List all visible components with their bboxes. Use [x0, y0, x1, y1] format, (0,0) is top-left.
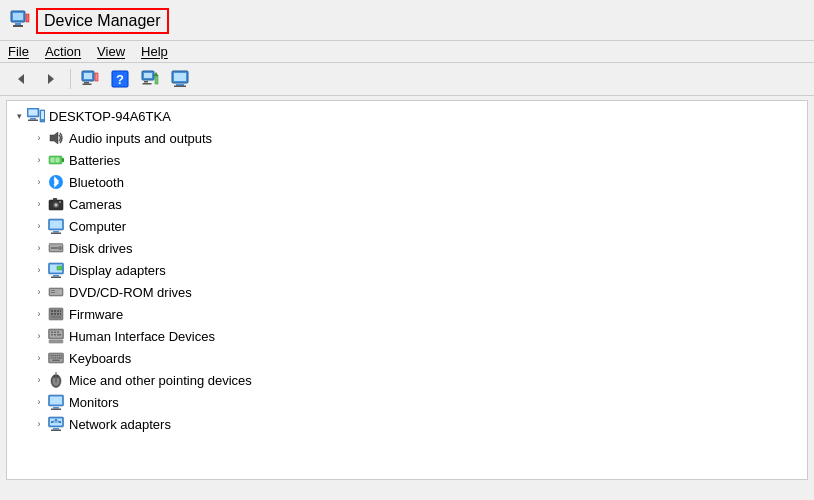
menu-action[interactable]: Action: [45, 44, 81, 59]
properties-button[interactable]: [77, 67, 103, 91]
svg-rect-3: [13, 25, 23, 27]
network-expand-arrow[interactable]: ›: [31, 419, 47, 429]
tree-item-batteries[interactable]: › Batteries: [7, 149, 807, 171]
back-button[interactable]: [8, 67, 34, 91]
menu-file[interactable]: File: [8, 44, 29, 59]
tree-item-audio[interactable]: › Audio inputs and outputs: [7, 127, 807, 149]
tree-item-computer[interactable]: › Computer: [7, 215, 807, 237]
batteries-expand-arrow[interactable]: ›: [31, 155, 47, 165]
svg-rect-100: [54, 375, 56, 378]
tree-item-hid[interactable]: › Human Interface Devices: [7, 325, 807, 347]
mice-expand-arrow[interactable]: ›: [31, 375, 47, 385]
mice-label: Mice and other pointing devices: [69, 373, 252, 388]
svg-rect-10: [84, 82, 89, 84]
dvd-label: DVD/CD-ROM drives: [69, 285, 192, 300]
menu-help[interactable]: Help: [141, 44, 168, 59]
tree-item-cameras[interactable]: › Cameras: [7, 193, 807, 215]
svg-rect-71: [57, 313, 59, 315]
svg-rect-17: [144, 73, 152, 78]
keyboard-icon: [47, 349, 65, 367]
tree-item-display[interactable]: › Display adapters: [7, 259, 807, 281]
svg-rect-69: [51, 313, 53, 315]
svg-rect-2: [15, 23, 21, 25]
svg-rect-57: [57, 266, 62, 270]
monitors-expand-arrow[interactable]: ›: [31, 397, 47, 407]
svg-rect-77: [54, 332, 56, 334]
display-label: Display adapters: [69, 263, 166, 278]
display-expand-arrow[interactable]: ›: [31, 265, 47, 275]
svg-rect-85: [51, 355, 53, 357]
svg-rect-47: [51, 233, 61, 235]
computer-label: Computer: [69, 219, 126, 234]
tree-item-disk[interactable]: › Disk drives: [7, 237, 807, 259]
main-content: ▾ DESKTOP-94A6TKA ›: [6, 100, 808, 480]
computer-icon: [27, 107, 45, 125]
menu-view[interactable]: View: [97, 44, 125, 59]
svg-rect-90: [61, 355, 63, 357]
svg-point-50: [59, 247, 62, 250]
audio-label: Audio inputs and outputs: [69, 131, 212, 146]
svg-rect-20: [155, 76, 158, 84]
svg-marker-6: [18, 74, 24, 84]
svg-rect-82: [49, 340, 63, 343]
svg-rect-55: [53, 275, 59, 277]
svg-rect-36: [56, 158, 60, 163]
hid-expand-arrow[interactable]: ›: [31, 331, 47, 341]
svg-rect-43: [59, 201, 61, 203]
svg-rect-92: [53, 357, 55, 359]
svg-rect-70: [54, 313, 56, 315]
display-icon: [47, 261, 65, 279]
help-button[interactable]: ?: [107, 67, 133, 91]
tree-root[interactable]: ▾ DESKTOP-94A6TKA: [7, 105, 807, 127]
svg-rect-25: [174, 86, 186, 88]
update-driver-button[interactable]: [137, 67, 163, 91]
toolbar: ?: [0, 63, 814, 96]
tree-item-network[interactable]: › Network adapters: [7, 413, 807, 435]
tree-item-firmware[interactable]: › Firmware: [7, 303, 807, 325]
svg-rect-105: [53, 407, 59, 409]
title-bar-icon: [10, 10, 30, 33]
tree-item-monitors[interactable]: › Monitors: [7, 391, 807, 413]
svg-marker-7: [48, 74, 54, 84]
batteries-label: Batteries: [69, 153, 120, 168]
network-icon: [47, 415, 65, 433]
svg-rect-29: [28, 120, 38, 122]
dvd-icon: [47, 283, 65, 301]
svg-rect-106: [51, 409, 61, 411]
computer-expand-arrow[interactable]: ›: [31, 221, 47, 231]
svg-rect-51: [51, 247, 58, 249]
tree-item-bluetooth[interactable]: › Bluetooth: [7, 171, 807, 193]
svg-rect-13: [95, 73, 98, 81]
svg-rect-79: [51, 334, 53, 336]
svg-rect-28: [30, 118, 36, 120]
svg-rect-88: [57, 355, 59, 357]
disk-expand-arrow[interactable]: ›: [31, 243, 47, 253]
svg-rect-76: [51, 332, 53, 334]
device-manager-button[interactable]: [167, 67, 193, 91]
audio-expand-arrow[interactable]: ›: [31, 133, 47, 143]
firmware-expand-arrow[interactable]: ›: [31, 309, 47, 319]
svg-rect-95: [59, 357, 63, 359]
monitors-icon: [47, 393, 65, 411]
keyboards-label: Keyboards: [69, 351, 131, 366]
cameras-expand-arrow[interactable]: ›: [31, 199, 47, 209]
svg-rect-87: [55, 355, 57, 357]
svg-rect-65: [51, 310, 53, 312]
dvd-expand-arrow[interactable]: ›: [31, 287, 47, 297]
root-expand-arrow[interactable]: ▾: [11, 111, 27, 121]
tree-item-keyboards[interactable]: › Keyboa: [7, 347, 807, 369]
keyboards-expand-arrow[interactable]: ›: [31, 353, 47, 363]
audio-icon: [47, 129, 65, 147]
monitors-label: Monitors: [69, 395, 119, 410]
svg-rect-93: [55, 357, 57, 359]
forward-button[interactable]: [38, 67, 64, 91]
svg-marker-32: [50, 132, 58, 144]
svg-point-63: [59, 291, 61, 293]
tree-item-dvd[interactable]: › DVD/CD-ROM drives: [7, 281, 807, 303]
svg-rect-80: [54, 334, 56, 336]
svg-rect-56: [51, 277, 61, 279]
svg-rect-67: [57, 310, 59, 312]
tree-item-mice[interactable]: › Mice and other pointing devices: [7, 369, 807, 391]
network-label: Network adapters: [69, 417, 171, 432]
bluetooth-expand-arrow[interactable]: ›: [31, 177, 47, 187]
